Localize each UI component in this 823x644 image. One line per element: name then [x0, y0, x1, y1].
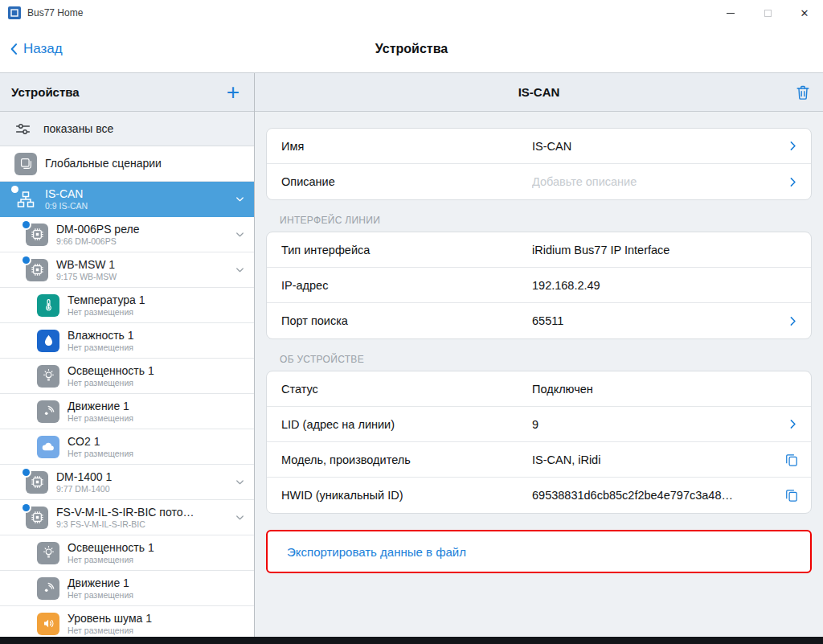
detail-header: IS-CAN: [255, 73, 823, 112]
window-title: Bus77 Home: [27, 7, 83, 18]
sidebar-item[interactable]: Температура 1Нет размещения: [0, 288, 254, 323]
item-subtitle: 0:9 IS-CAN: [45, 201, 229, 211]
setting-label: Имя: [281, 140, 304, 153]
setting-value: 192.168.2.49: [532, 279, 772, 292]
sidebar-item[interactable]: IS-CAN0:9 IS-CAN: [0, 182, 254, 217]
section-header: ИНТЕРФЕЙС ЛИНИИ: [280, 215, 812, 226]
status-dot: [23, 221, 30, 228]
item-text: CO2 1Нет размещения: [68, 434, 246, 459]
maximize-button[interactable]: [749, 0, 786, 26]
item-title: FS-V-M-IL-S-IR-BIC пото…: [56, 505, 229, 519]
status-dot: [11, 186, 18, 193]
setting-row[interactable]: Модель, производительIS-CAN, iRidi: [267, 442, 811, 478]
item-title: Температура 1: [68, 293, 246, 307]
item-text: IS-CAN0:9 IS-CAN: [45, 187, 229, 211]
item-subtitle: 9:3 FS-V-M-IL-S-IR-BIC: [56, 519, 229, 530]
add-device-button[interactable]: +: [227, 82, 243, 103]
setting-row[interactable]: ОписаниеДобавьте описание: [267, 164, 811, 199]
sidebar-item[interactable]: Освещенность 1Нет размещения: [0, 359, 254, 394]
sidebar-item[interactable]: CO2 1Нет размещения: [0, 429, 254, 465]
setting-value: Добавьте описание: [532, 175, 772, 188]
setting-row[interactable]: IP-адрес192.168.2.49: [267, 268, 811, 303]
item-subtitle: Нет размещения: [68, 590, 246, 601]
nav-header: Назад Устройства: [0, 26, 823, 73]
setting-row[interactable]: HWID (уникальный ID)69538831d6cb85c2f2be…: [267, 478, 811, 513]
item-text: Глобальные сценарии: [45, 156, 246, 170]
sidebar-header: Устройства +: [0, 73, 254, 112]
sidebar-item[interactable]: WB-MSW 19:175 WB-MSW: [0, 252, 254, 288]
item-title: Движение 1: [68, 576, 246, 590]
item-text: Освещенность 1Нет размещения: [68, 363, 246, 388]
item-text: Движение 1Нет размещения: [68, 399, 246, 424]
chevron-down-icon: [234, 511, 246, 523]
detail-content: ИмяIS-CANОписаниеДобавьте описаниеИНТЕРФ…: [255, 112, 823, 637]
item-text: Уровень шума 1Нет размещения: [68, 611, 246, 636]
item-subtitle: 9:175 WB-MSW: [56, 272, 229, 282]
sidebar-item[interactable]: DM-006PS реле9:66 DM-006PS: [0, 217, 254, 252]
setting-label: Тип интерфейса: [281, 244, 370, 256]
motion-icon: [37, 577, 59, 600]
item-text: WB-MSW 19:175 WB-MSW: [56, 257, 229, 282]
app-icon: [8, 6, 21, 19]
app-window: Bus77 Home ✕ Назад Устройства Устройства…: [0, 0, 823, 644]
sidebar-item[interactable]: Движение 1Нет размещения: [0, 571, 254, 606]
chevron-down-icon: [234, 264, 246, 276]
back-button[interactable]: Назад: [6, 41, 63, 57]
scenarios-icon: [14, 153, 37, 175]
detail-panel: IS-CAN ИмяIS-CANОписаниеДобавьте описани…: [255, 73, 823, 637]
sidebar-item[interactable]: Освещенность 1Нет размещения: [0, 535, 254, 571]
sidebar-item[interactable]: DM-1400 19:77 DM-1400: [0, 465, 254, 500]
item-title: DM-006PS реле: [56, 222, 229, 236]
export-data-button[interactable]: Экспортировать данные в файл: [266, 530, 812, 573]
settings-card: Тип интерфейсаiRidium Bus77 IP Interface…: [266, 232, 812, 339]
item-title: Уровень шума 1: [68, 611, 246, 626]
page-title: Устройства: [0, 42, 823, 56]
item-subtitle: Нет размещения: [68, 413, 246, 424]
item-title: Освещенность 1: [68, 363, 246, 378]
chevron-right-icon: [786, 175, 800, 189]
chip-icon: [26, 224, 48, 246]
hub-icon: [14, 188, 37, 211]
body: Устройства + показаны все Глобальные сце…: [0, 73, 823, 637]
setting-row[interactable]: ИмяIS-CAN: [267, 129, 811, 164]
bulb-icon: [37, 542, 59, 564]
copy-button[interactable]: [784, 452, 800, 468]
sidebar-item[interactable]: Глобальные сценарии: [0, 146, 254, 182]
minimize-button[interactable]: [712, 0, 749, 26]
copy-button[interactable]: [784, 487, 800, 503]
item-text: Освещенность 1Нет размещения: [68, 540, 246, 565]
status-dot: [23, 504, 30, 511]
item-title: Освещенность 1: [68, 540, 246, 555]
setting-row[interactable]: Тип интерфейсаiRidium Bus77 IP Interface: [267, 232, 811, 268]
filter-row[interactable]: показаны все: [0, 112, 254, 146]
close-button[interactable]: ✕: [786, 0, 823, 26]
chevron-left-icon: [6, 41, 23, 57]
title-bar: Bus77 Home ✕: [0, 0, 823, 26]
setting-label: HWID (уникальный ID): [281, 489, 403, 502]
item-subtitle: 9:77 DM-1400: [56, 484, 229, 494]
sidebar-item[interactable]: FS-V-M-IL-S-IR-BIC пото…9:3 FS-V-M-IL-S-…: [0, 500, 254, 535]
item-title: Глобальные сценарии: [45, 156, 246, 170]
setting-row[interactable]: Порт поиска65511: [267, 303, 811, 338]
delete-device-button[interactable]: [794, 73, 812, 111]
export-label: Экспортировать данные в файл: [287, 545, 466, 559]
filter-sliders-icon: [14, 121, 31, 137]
setting-row[interactable]: LID (адрес на линии)9: [267, 407, 811, 442]
setting-value: 9: [532, 418, 772, 431]
chevron-right-icon: [786, 139, 800, 153]
sidebar-item[interactable]: Уровень шума 1Нет размещения: [0, 606, 254, 637]
item-subtitle: Нет размещения: [68, 626, 246, 636]
bulb-icon: [37, 365, 59, 388]
sidebar-item[interactable]: Влажность 1Нет размещения: [0, 323, 254, 359]
chevron-right-icon: [786, 314, 800, 328]
item-title: IS-CAN: [45, 187, 229, 201]
motion-icon: [37, 400, 59, 423]
sidebar-item[interactable]: Движение 1Нет размещения: [0, 394, 254, 429]
sidebar-title: Устройства: [11, 85, 80, 99]
window-controls: ✕: [712, 0, 823, 26]
cloud-icon: [37, 436, 59, 458]
setting-row[interactable]: СтатусПодключен: [267, 371, 811, 407]
setting-label: Модель, производитель: [281, 453, 411, 466]
item-subtitle: Нет размещения: [68, 307, 246, 318]
item-title: Движение 1: [68, 399, 246, 413]
